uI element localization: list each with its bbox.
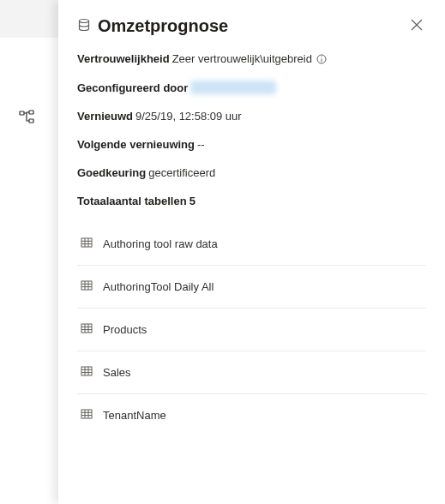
table-icon: [81, 365, 93, 380]
svg-rect-17: [81, 324, 92, 333]
approval-label: Goedkeuring: [77, 166, 146, 179]
left-rail: [0, 0, 58, 504]
table-icon: [81, 237, 93, 251]
svg-rect-2: [29, 119, 33, 123]
table-name: Authoring tool raw data: [103, 237, 218, 250]
panel-title: Omzetprognose: [98, 16, 228, 36]
info-icon[interactable]: [316, 54, 327, 64]
configured-by-row: Geconfigureerd door: [77, 81, 426, 94]
table-icon: [81, 408, 93, 423]
table-name: Sales: [103, 366, 131, 379]
confidentiality-row: Vertrouwelijkheid Zeer vertrouwelijk\uit…: [77, 52, 426, 65]
svg-rect-0: [20, 111, 24, 115]
svg-point-6: [321, 56, 322, 57]
next-refresh-row: Volgende vernieuwing --: [77, 138, 426, 151]
table-row[interactable]: TenantName: [77, 394, 426, 436]
confidentiality-value: Zeer vertrouwelijk\uitgebreid: [172, 52, 312, 65]
table-count-value: 5: [189, 195, 195, 207]
table-icon: [81, 322, 93, 337]
svg-rect-1: [29, 111, 33, 114]
table-name: TenantName: [103, 409, 166, 422]
configured-by-label: Geconfigureerd door: [77, 81, 188, 94]
svg-rect-27: [81, 410, 92, 418]
details-panel: Omzetprognose Vertrouwelijkheid Zeer ver…: [58, 0, 445, 504]
table-row[interactable]: Sales: [77, 351, 426, 394]
close-button[interactable]: [407, 15, 426, 37]
configured-by-value-redacted: [190, 81, 276, 94]
close-icon: [411, 19, 423, 33]
table-name: AuthoringTool Daily All: [103, 280, 213, 293]
panel-header: Omzetprognose: [77, 15, 426, 37]
dataset-icon: [77, 18, 91, 35]
lineage-icon[interactable]: [19, 110, 34, 129]
panel-title-wrap: Omzetprognose: [77, 16, 228, 36]
table-count-row: Totaalaantal tabellen 5: [77, 195, 426, 207]
refreshed-row: Vernieuwd 9/25/19, 12:58:09 uur: [77, 110, 426, 123]
refreshed-value: 9/25/19, 12:58:09 uur: [135, 110, 242, 123]
svg-point-3: [80, 19, 89, 22]
tables-list: Authoring tool raw data AuthoringTool Da…: [77, 223, 426, 436]
svg-rect-12: [81, 281, 92, 290]
svg-rect-7: [81, 238, 92, 247]
approval-value: gecertificeerd: [148, 166, 215, 179]
svg-rect-22: [81, 367, 92, 375]
table-count-label: Totaalaantal tabellen: [77, 195, 187, 207]
confidentiality-label: Vertrouwelijkheid: [77, 52, 170, 65]
refreshed-label: Vernieuwd: [77, 110, 133, 123]
next-refresh-value: --: [197, 138, 205, 151]
table-row[interactable]: Products: [77, 309, 426, 351]
table-name: Products: [103, 323, 147, 336]
left-rail-top-strip: [0, 0, 58, 38]
approval-row: Goedkeuring gecertificeerd: [77, 166, 426, 179]
next-refresh-label: Volgende vernieuwing: [77, 138, 195, 151]
table-row[interactable]: Authoring tool raw data: [77, 223, 426, 266]
table-row[interactable]: AuthoringTool Daily All: [77, 266, 426, 309]
table-icon: [81, 279, 93, 294]
